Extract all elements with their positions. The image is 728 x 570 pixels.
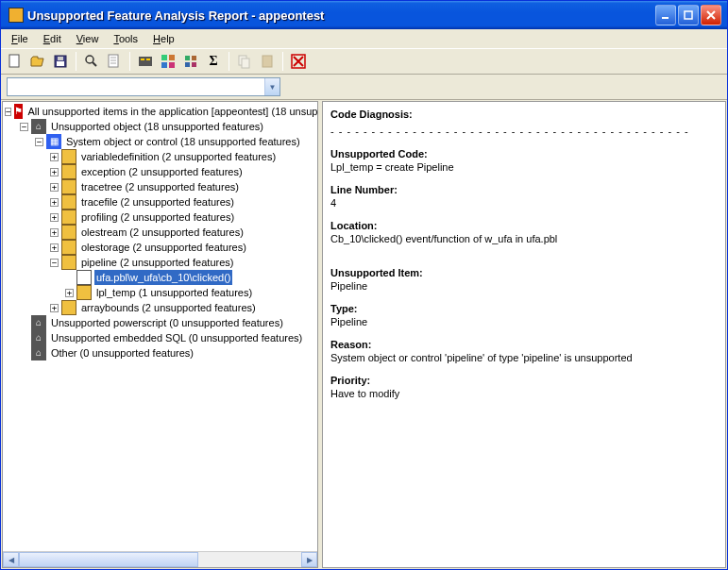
svg-rect-14: [146, 59, 150, 60]
scroll-left-icon[interactable]: ◀: [3, 552, 19, 567]
search-button[interactable]: [81, 51, 102, 72]
node-label: tracefile (2 unsupported features): [79, 194, 236, 210]
menu-help[interactable]: Help: [146, 31, 181, 46]
tree-body[interactable]: − ⚑ All unsupported items in the applica…: [3, 102, 317, 551]
content-area: − ⚑ All unsupported items in the applica…: [1, 99, 727, 569]
menubar[interactable]: File Edit View Tools Help: [1, 29, 727, 48]
titlebar[interactable]: Unsupported Feature Analysis Report - ap…: [1, 1, 727, 29]
tree-node[interactable]: ⌂ Other (0 unsupported features): [5, 345, 315, 360]
tree-node[interactable]: + olestream (2 unsupported features): [5, 225, 315, 240]
value-reason: System object or control 'pipeline' of t…: [330, 351, 718, 364]
new-button[interactable]: [5, 51, 25, 72]
svg-rect-16: [169, 55, 175, 60]
item-icon: [76, 285, 92, 300]
node-label: profiling (2 unsupported features): [79, 210, 236, 225]
menu-view[interactable]: View: [70, 31, 106, 46]
open-button[interactable]: [27, 51, 48, 72]
expand-icon[interactable]: +: [50, 183, 59, 192]
tree-node[interactable]: + arraybounds (2 unsupported features): [5, 300, 315, 315]
value-type: Pipeline: [330, 315, 718, 328]
tree-node-selected[interactable]: ufa.pbl\w_ufa\cb_10\clicked(): [5, 270, 315, 285]
svg-rect-18: [169, 62, 175, 68]
paste-button[interactable]: [257, 51, 278, 72]
combo-value[interactable]: [8, 78, 264, 95]
tree-node[interactable]: + olestorage (2 unsupported features): [5, 240, 315, 255]
svg-line-7: [93, 62, 96, 66]
scroll-track[interactable]: [19, 552, 301, 567]
filter-button[interactable]: [180, 51, 201, 72]
menu-tools[interactable]: Tools: [107, 31, 144, 46]
combo-dropdown-icon[interactable]: ▼: [264, 78, 279, 95]
expand-icon[interactable]: −: [35, 138, 43, 146]
delete-button[interactable]: [288, 51, 309, 72]
node-label: Unsupported powerscript (0 unsupported f…: [49, 315, 285, 330]
combo-bar: ▼: [1, 75, 727, 99]
expand-icon[interactable]: +: [50, 228, 59, 237]
node-label: lpl_temp (1 unsupported features): [94, 285, 254, 300]
bug-icon: ⚑: [14, 104, 23, 119]
node-label: variabledefinition (2 unsupported featur…: [79, 149, 278, 164]
node-label: Unsupported object (18 unsupported featu…: [49, 119, 265, 134]
expand-icon[interactable]: +: [65, 289, 74, 297]
copy-button[interactable]: [234, 51, 255, 72]
toolbar-separator: [76, 52, 76, 71]
expand-icon[interactable]: +: [50, 198, 59, 207]
object-icon: ⌂: [31, 330, 46, 345]
tree-node[interactable]: + lpl_temp (1 unsupported features): [5, 285, 315, 300]
item-icon: [61, 240, 76, 255]
svg-rect-1: [685, 11, 692, 19]
node-label: All unsupported items in the application…: [25, 104, 317, 119]
window-controls: [655, 5, 721, 25]
tree-node[interactable]: + variabledefinition (2 unsupported feat…: [5, 149, 315, 164]
node-label: olestream (2 unsupported features): [79, 225, 245, 240]
svg-rect-22: [192, 62, 196, 67]
app-window: Unsupported Feature Analysis Report - ap…: [0, 0, 728, 570]
tree-node[interactable]: ⌂ Unsupported embedded SQL (0 unsupporte…: [5, 330, 315, 345]
grid-button[interactable]: [158, 51, 178, 72]
app-icon: [8, 8, 24, 23]
tree-node-pipeline[interactable]: − pipeline (2 unsupported features): [5, 255, 315, 270]
expand-icon[interactable]: +: [50, 304, 59, 312]
value-priority: Have to modify: [330, 387, 718, 400]
item-icon: [61, 300, 76, 315]
tree-node-obj[interactable]: − ⌂ Unsupported object (18 unsupported f…: [5, 119, 315, 134]
analyze-button[interactable]: [135, 51, 156, 72]
sum-button[interactable]: Σ: [203, 51, 224, 72]
tree-node-sys[interactable]: − ▦ System object or control (18 unsuppo…: [5, 134, 315, 149]
filter-combo[interactable]: ▼: [7, 77, 280, 96]
tree-node[interactable]: + exception (2 unsupported features): [5, 164, 315, 179]
value-unsupported-code: Lpl_temp = create Pipeline: [330, 160, 718, 174]
expand-icon[interactable]: −: [20, 123, 28, 131]
node-label: olestorage (2 unsupported features): [79, 240, 248, 255]
menu-edit[interactable]: Edit: [37, 31, 68, 46]
heading-reason: Reason:: [330, 338, 718, 351]
maximize-button[interactable]: [678, 5, 699, 25]
expand-icon[interactable]: +: [50, 213, 59, 222]
scroll-right-icon[interactable]: ▶: [301, 552, 317, 567]
toolbar-separator: [282, 52, 283, 71]
expand-icon[interactable]: +: [50, 153, 59, 161]
horizontal-scrollbar[interactable]: ◀ ▶: [3, 551, 317, 567]
tree-root[interactable]: − ⚑ All unsupported items in the applica…: [5, 104, 315, 119]
svg-rect-5: [58, 57, 63, 60]
tree-node[interactable]: ⌂ Unsupported powerscript (0 unsupported…: [5, 315, 315, 330]
expand-icon[interactable]: −: [50, 259, 59, 267]
save-button[interactable]: [50, 51, 71, 72]
expand-icon[interactable]: −: [5, 108, 11, 116]
close-button[interactable]: [701, 5, 721, 25]
menu-file[interactable]: File: [5, 31, 35, 46]
tree-node[interactable]: + tracetree (2 unsupported features): [5, 179, 315, 194]
expand-icon[interactable]: +: [50, 168, 59, 176]
node-label: ufa.pbl\w_ufa\cb_10\clicked(): [94, 270, 232, 285]
heading-type: Type:: [330, 302, 718, 315]
tree-node[interactable]: + tracefile (2 unsupported features): [5, 194, 315, 210]
node-label: pipeline (2 unsupported features): [79, 255, 235, 270]
svg-rect-13: [141, 59, 144, 60]
heading-location: Location:: [330, 219, 718, 232]
scroll-thumb[interactable]: [19, 552, 198, 567]
expand-icon[interactable]: +: [50, 243, 59, 252]
minimize-button[interactable]: [655, 5, 676, 25]
report-button[interactable]: [104, 51, 125, 72]
doc-icon: [76, 270, 92, 285]
tree-node[interactable]: + profiling (2 unsupported features): [5, 210, 315, 225]
